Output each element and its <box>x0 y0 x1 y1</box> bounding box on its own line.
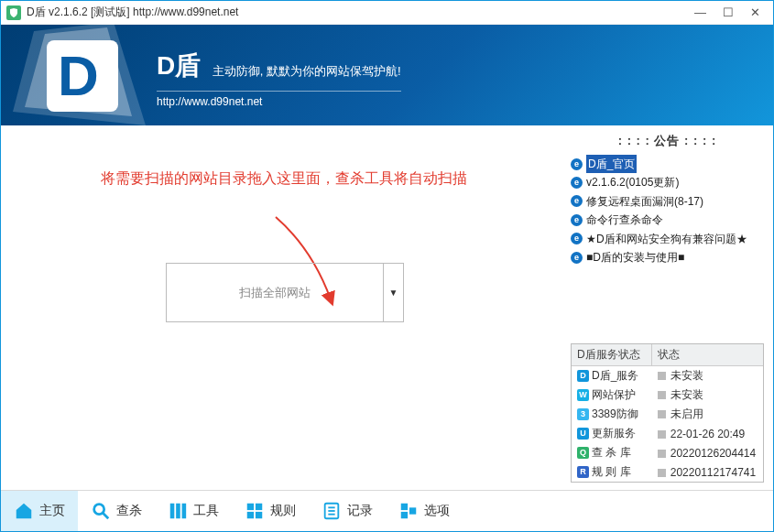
tab-icon <box>322 501 342 521</box>
tab-记录[interactable]: 记录 <box>309 491 386 531</box>
product-slogan: 主动防御, 默默为你的网站保驾护航! <box>213 63 401 83</box>
minimize-button[interactable]: — <box>694 5 706 19</box>
status-row: R规 则 库20220112174741 <box>572 462 763 482</box>
notice-item-text: ■D盾的安装与使用■ <box>586 248 684 266</box>
logo: D <box>8 25 146 125</box>
state-dot-icon <box>658 430 666 439</box>
service-icon: 3 <box>577 408 589 420</box>
notice-item[interactable]: ev2.1.6.2(0105更新) <box>571 173 764 191</box>
notice-item-text: D盾_官页 <box>586 155 637 173</box>
notice-item[interactable]: e命令行查杀命令 <box>571 211 764 229</box>
tab-label: 选项 <box>424 503 450 519</box>
service-icon: D <box>577 370 589 382</box>
header-banner: D D盾 主动防御, 默默为你的网站保驾护航! http://www.d99ne… <box>1 25 773 125</box>
service-icon: R <box>577 466 589 478</box>
notice-item-text: 命令行查杀命令 <box>586 211 663 229</box>
notice-item[interactable]: e修复远程桌面漏洞(8-17) <box>571 192 764 211</box>
product-url: http://www.d99net.net <box>157 91 401 108</box>
drop-zone-label: 扫描全部网站 <box>167 285 383 301</box>
status-service-cell: U更新服务 <box>572 424 652 443</box>
state-dot-icon <box>658 391 666 399</box>
notice-item-text: ★D盾和网站安全狗有兼容问题★ <box>586 230 747 248</box>
notice-item[interactable]: e★D盾和网站安全狗有兼容问题★ <box>571 230 764 248</box>
notice-item[interactable]: eD盾_官页 <box>571 155 764 173</box>
svg-rect-9 <box>247 504 254 510</box>
notice-item-text: v2.1.6.2(0105更新) <box>586 173 679 191</box>
status-service-cell: DD盾_服务 <box>572 366 652 386</box>
status-state-cell: 20220112174741 <box>652 462 763 482</box>
svg-line-5 <box>103 513 108 518</box>
content-row: 将需要扫描的网站目录拖入这里面，查杀工具将自动扫描 扫描全部网站 ▼ : : :… <box>1 125 773 490</box>
svg-rect-19 <box>409 507 416 514</box>
service-icon: Q <box>577 447 589 459</box>
tab-icon <box>91 501 111 521</box>
notice-bullet-icon: e <box>571 177 583 189</box>
drop-hint: 将需要扫描的网站目录拖入这里面，查杀工具将自动扫描 <box>19 169 549 189</box>
status-row: Q查 杀 库20220126204414 <box>572 443 763 462</box>
tab-主页[interactable]: 主页 <box>1 491 78 531</box>
status-service-cell: 33389防御 <box>572 405 652 424</box>
tab-查杀[interactable]: 查杀 <box>78 491 155 531</box>
tab-选项[interactable]: 选项 <box>386 491 463 531</box>
product-name: D盾 <box>157 49 201 83</box>
window-title: D盾 v2.1.6.2 [测试版] http://www.d99net.net <box>27 5 694 20</box>
status-row: 33389防御未启用 <box>572 405 763 424</box>
status-service-cell: Q查 杀 库 <box>572 443 652 462</box>
status-state-cell: 未启用 <box>652 405 763 424</box>
tab-icon <box>245 501 265 521</box>
svg-rect-6 <box>170 504 175 519</box>
drop-zone[interactable]: 扫描全部网站 ▼ <box>166 263 404 322</box>
tab-规则[interactable]: 规则 <box>232 491 309 531</box>
svg-rect-10 <box>256 504 262 510</box>
status-service-cell: R规 则 库 <box>572 462 652 482</box>
state-dot-icon <box>658 372 666 380</box>
notice-bullet-icon: e <box>571 214 583 226</box>
app-icon <box>6 5 21 20</box>
status-col-state: 状态 <box>652 344 763 366</box>
close-button[interactable]: ✕ <box>750 5 760 19</box>
status-table: D盾服务状态 状态 DD盾_服务未安装W网站保护未安装33389防御未启用U更新… <box>572 344 763 482</box>
maximize-button[interactable]: ☐ <box>723 5 734 19</box>
status-row: DD盾_服务未安装 <box>572 366 763 386</box>
status-row: W网站保护未安装 <box>572 385 763 405</box>
svg-rect-11 <box>247 512 254 518</box>
svg-rect-17 <box>401 504 408 510</box>
tab-icon <box>398 501 419 521</box>
notice-heading: : : : : 公告 : : : : <box>571 133 764 149</box>
notice-bullet-icon: e <box>571 195 583 207</box>
tab-label: 规则 <box>270 503 296 519</box>
tab-label: 工具 <box>193 503 219 519</box>
svg-rect-12 <box>256 512 262 518</box>
status-col-service: D盾服务状态 <box>572 344 652 366</box>
main-area: 将需要扫描的网站目录拖入这里面，查杀工具将自动扫描 扫描全部网站 ▼ <box>1 125 567 490</box>
svg-rect-18 <box>401 512 408 518</box>
state-dot-icon <box>658 469 666 477</box>
service-icon: U <box>577 428 589 440</box>
tab-label: 记录 <box>347 503 373 519</box>
status-row: U更新服务22-01-26 20:49 <box>572 424 763 443</box>
status-state-cell: 20220126204414 <box>652 443 763 462</box>
tab-label: 查杀 <box>116 503 142 519</box>
notice-item-text: 修复远程桌面漏洞(8-17) <box>586 192 703 211</box>
drop-zone-toggle[interactable]: ▼ <box>383 264 403 321</box>
state-dot-icon <box>658 450 666 458</box>
status-state-cell: 22-01-26 20:49 <box>652 424 763 443</box>
tab-icon <box>14 501 34 521</box>
bottom-tabs: 主页查杀工具规则记录选项 <box>1 490 773 531</box>
status-state-cell: 未安装 <box>652 366 763 386</box>
svg-text:D: D <box>58 44 99 107</box>
header-text: D盾 主动防御, 默默为你的网站保驾护航! http://www.d99net.… <box>157 49 401 108</box>
notice-bullet-icon: e <box>571 158 583 170</box>
status-box: D盾服务状态 状态 DD盾_服务未安装W网站保护未安装33389防御未启用U更新… <box>571 343 764 483</box>
service-icon: W <box>577 389 589 401</box>
tab-label: 主页 <box>39 503 65 519</box>
side-panel: : : : : 公告 : : : : eD盾_官页ev2.1.6.2(0105更… <box>567 125 773 490</box>
notice-item[interactable]: e■D盾的安装与使用■ <box>571 248 764 266</box>
svg-rect-7 <box>176 504 180 519</box>
app-window: D盾 v2.1.6.2 [测试版] http://www.d99net.net … <box>0 0 774 532</box>
tab-工具[interactable]: 工具 <box>155 491 232 531</box>
state-dot-icon <box>658 410 666 418</box>
notice-bullet-icon: e <box>571 252 583 264</box>
tab-icon <box>168 501 188 521</box>
notice-bullet-icon: e <box>571 233 583 244</box>
